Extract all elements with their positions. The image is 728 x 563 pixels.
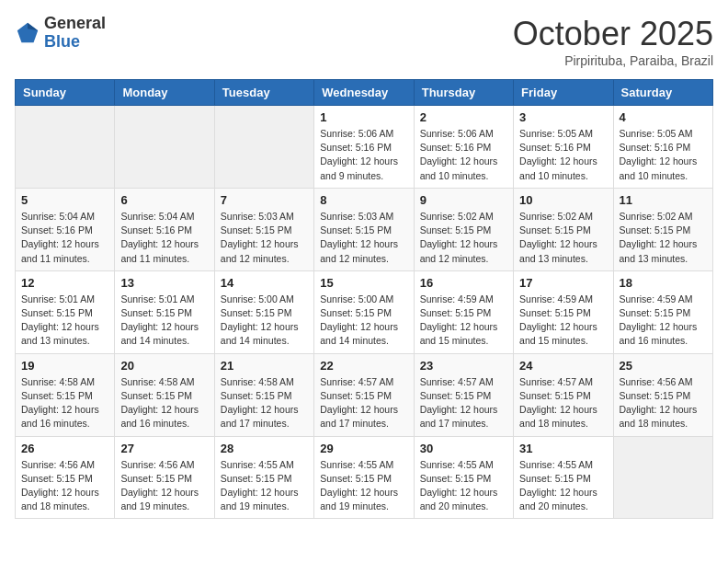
day-info: Sunrise: 4:56 AM Sunset: 5:15 PM Dayligh…	[21, 458, 108, 514]
day-info: Sunrise: 5:06 AM Sunset: 5:16 PM Dayligh…	[320, 127, 407, 183]
day-number: 2	[420, 110, 507, 124]
calendar-week-3: 12Sunrise: 5:01 AM Sunset: 5:15 PM Dayli…	[16, 270, 713, 353]
calendar-cell	[214, 106, 313, 189]
calendar-cell: 8Sunrise: 5:03 AM Sunset: 5:15 PM Daylig…	[314, 188, 414, 270]
day-info: Sunrise: 4:57 AM Sunset: 5:15 PM Dayligh…	[519, 375, 607, 431]
calendar-cell: 26Sunrise: 4:56 AM Sunset: 5:15 PM Dayli…	[16, 436, 115, 519]
day-number: 6	[120, 193, 208, 207]
day-number: 27	[120, 442, 208, 455]
day-number: 4	[620, 110, 707, 124]
calendar-cell: 22Sunrise: 4:57 AM Sunset: 5:15 PM Dayli…	[314, 353, 414, 436]
calendar-cell: 27Sunrise: 4:56 AM Sunset: 5:15 PM Dayli…	[115, 436, 214, 519]
calendar-cell: 14Sunrise: 5:00 AM Sunset: 5:15 PM Dayli…	[214, 270, 313, 353]
day-number: 16	[420, 276, 507, 290]
day-number: 19	[21, 359, 108, 373]
logo-general-text: General	[44, 14, 106, 32]
calendar-cell: 6Sunrise: 5:04 AM Sunset: 5:16 PM Daylig…	[115, 188, 214, 270]
day-number: 3	[519, 110, 607, 124]
calendar-cell: 16Sunrise: 4:59 AM Sunset: 5:15 PM Dayli…	[414, 270, 513, 353]
calendar-cell: 23Sunrise: 4:57 AM Sunset: 5:15 PM Dayli…	[414, 353, 513, 436]
calendar-week-2: 5Sunrise: 5:04 AM Sunset: 5:16 PM Daylig…	[16, 188, 713, 270]
calendar-cell: 25Sunrise: 4:56 AM Sunset: 5:15 PM Dayli…	[613, 353, 712, 436]
day-info: Sunrise: 4:59 AM Sunset: 5:15 PM Dayligh…	[519, 293, 607, 349]
day-number: 24	[519, 359, 607, 373]
day-number: 15	[320, 276, 407, 290]
day-number: 29	[320, 442, 407, 455]
calendar-cell: 15Sunrise: 5:00 AM Sunset: 5:15 PM Dayli…	[314, 270, 414, 353]
calendar-cell	[613, 436, 712, 519]
day-number: 18	[620, 276, 707, 290]
calendar-cell: 19Sunrise: 4:58 AM Sunset: 5:15 PM Dayli…	[16, 353, 115, 436]
calendar-cell: 31Sunrise: 4:55 AM Sunset: 5:15 PM Dayli…	[514, 436, 613, 519]
calendar-cell: 18Sunrise: 4:59 AM Sunset: 5:15 PM Dayli…	[613, 270, 712, 353]
day-number: 7	[221, 193, 308, 207]
calendar-cell: 9Sunrise: 5:02 AM Sunset: 5:15 PM Daylig…	[414, 188, 513, 270]
day-info: Sunrise: 4:59 AM Sunset: 5:15 PM Dayligh…	[420, 293, 507, 349]
calendar-cell: 13Sunrise: 5:01 AM Sunset: 5:15 PM Dayli…	[115, 270, 214, 353]
calendar-cell: 4Sunrise: 5:05 AM Sunset: 5:16 PM Daylig…	[613, 106, 712, 189]
day-number: 12	[21, 276, 108, 290]
calendar-cell: 20Sunrise: 4:58 AM Sunset: 5:15 PM Dayli…	[115, 353, 214, 436]
day-info: Sunrise: 5:01 AM Sunset: 5:15 PM Dayligh…	[21, 293, 108, 349]
day-number: 26	[21, 442, 108, 455]
weekday-header-monday: Monday	[115, 80, 214, 106]
day-info: Sunrise: 4:58 AM Sunset: 5:15 PM Dayligh…	[221, 375, 308, 431]
day-number: 31	[519, 442, 607, 455]
calendar-cell: 24Sunrise: 4:57 AM Sunset: 5:15 PM Dayli…	[514, 353, 613, 436]
logo-icon	[15, 20, 40, 46]
day-info: Sunrise: 4:55 AM Sunset: 5:15 PM Dayligh…	[320, 458, 407, 514]
day-number: 23	[420, 359, 507, 373]
day-info: Sunrise: 4:56 AM Sunset: 5:15 PM Dayligh…	[620, 375, 707, 431]
logo-blue-text: Blue	[44, 32, 80, 51]
day-info: Sunrise: 5:03 AM Sunset: 5:15 PM Dayligh…	[320, 210, 407, 266]
calendar-cell: 30Sunrise: 4:55 AM Sunset: 5:15 PM Dayli…	[414, 436, 513, 519]
weekday-header-friday: Friday	[514, 80, 613, 106]
day-number: 25	[620, 359, 707, 373]
day-number: 11	[620, 193, 707, 207]
logo: General Blue	[15, 15, 106, 52]
day-info: Sunrise: 4:57 AM Sunset: 5:15 PM Dayligh…	[320, 375, 407, 431]
page-header: General Blue October 2025 Pirpirituba, P…	[15, 15, 713, 68]
day-info: Sunrise: 5:02 AM Sunset: 5:15 PM Dayligh…	[420, 210, 507, 266]
calendar-cell: 11Sunrise: 5:02 AM Sunset: 5:15 PM Dayli…	[613, 188, 712, 270]
day-info: Sunrise: 4:56 AM Sunset: 5:15 PM Dayligh…	[120, 458, 208, 514]
calendar-cell: 10Sunrise: 5:02 AM Sunset: 5:15 PM Dayli…	[514, 188, 613, 270]
weekday-header-saturday: Saturday	[613, 80, 712, 106]
calendar-week-1: 1Sunrise: 5:06 AM Sunset: 5:16 PM Daylig…	[16, 106, 713, 189]
day-number: 14	[221, 276, 308, 290]
calendar-week-5: 26Sunrise: 4:56 AM Sunset: 5:15 PM Dayli…	[16, 436, 713, 519]
calendar-cell: 3Sunrise: 5:05 AM Sunset: 5:16 PM Daylig…	[514, 106, 613, 189]
calendar-cell: 29Sunrise: 4:55 AM Sunset: 5:15 PM Dayli…	[314, 436, 414, 519]
day-number: 1	[320, 110, 407, 124]
weekday-header-thursday: Thursday	[414, 80, 513, 106]
day-info: Sunrise: 4:55 AM Sunset: 5:15 PM Dayligh…	[221, 458, 308, 514]
calendar-cell	[16, 106, 115, 189]
day-info: Sunrise: 5:04 AM Sunset: 5:16 PM Dayligh…	[120, 210, 208, 266]
weekday-header-sunday: Sunday	[16, 80, 115, 106]
day-number: 5	[21, 193, 108, 207]
calendar-cell: 5Sunrise: 5:04 AM Sunset: 5:16 PM Daylig…	[16, 188, 115, 270]
calendar-cell	[115, 106, 214, 189]
weekday-header-row: SundayMondayTuesdayWednesdayThursdayFrid…	[16, 80, 713, 106]
location-subtitle: Pirpirituba, Paraiba, Brazil	[513, 53, 713, 68]
day-info: Sunrise: 5:03 AM Sunset: 5:15 PM Dayligh…	[221, 210, 308, 266]
weekday-header-wednesday: Wednesday	[314, 80, 414, 106]
day-number: 20	[120, 359, 208, 373]
day-info: Sunrise: 5:06 AM Sunset: 5:16 PM Dayligh…	[420, 127, 507, 183]
calendar-cell: 7Sunrise: 5:03 AM Sunset: 5:15 PM Daylig…	[214, 188, 313, 270]
calendar-week-4: 19Sunrise: 4:58 AM Sunset: 5:15 PM Dayli…	[16, 353, 713, 436]
day-number: 9	[420, 193, 507, 207]
day-number: 21	[221, 359, 308, 373]
calendar-table: SundayMondayTuesdayWednesdayThursdayFrid…	[15, 79, 713, 519]
calendar-cell: 12Sunrise: 5:01 AM Sunset: 5:15 PM Dayli…	[16, 270, 115, 353]
calendar-cell: 1Sunrise: 5:06 AM Sunset: 5:16 PM Daylig…	[314, 106, 414, 189]
day-number: 22	[320, 359, 407, 373]
day-info: Sunrise: 5:01 AM Sunset: 5:15 PM Dayligh…	[120, 293, 208, 349]
calendar-cell: 28Sunrise: 4:55 AM Sunset: 5:15 PM Dayli…	[214, 436, 313, 519]
day-info: Sunrise: 5:04 AM Sunset: 5:16 PM Dayligh…	[21, 210, 108, 266]
calendar-cell: 21Sunrise: 4:58 AM Sunset: 5:15 PM Dayli…	[214, 353, 313, 436]
title-block: October 2025 Pirpirituba, Paraiba, Brazi…	[513, 15, 713, 68]
day-info: Sunrise: 4:55 AM Sunset: 5:15 PM Dayligh…	[519, 458, 607, 514]
weekday-header-tuesday: Tuesday	[214, 80, 313, 106]
day-info: Sunrise: 4:58 AM Sunset: 5:15 PM Dayligh…	[21, 375, 108, 431]
